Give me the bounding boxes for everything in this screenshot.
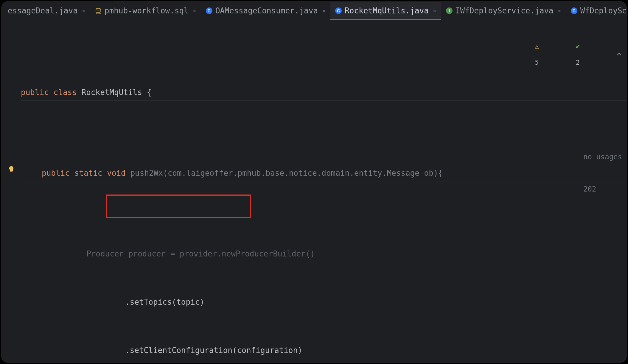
no-usages-hint[interactable]: no usages: [583, 153, 622, 161]
svg-point-0: [96, 8, 101, 10]
kw-static: static: [74, 165, 102, 181]
kw-public: public: [21, 84, 49, 100]
code-line: .setClientConfiguration(configuration): [21, 342, 626, 358]
line-hint: 202: [583, 185, 596, 193]
editor-tabs: essageDeal.java × SQL pmhub-workflow.sql…: [2, 2, 626, 20]
tab-label: pmhub-workflow.sql: [105, 6, 189, 15]
editor-gutter: [2, 20, 21, 362]
sticky-class-header: public class RocketMqUtils {: [21, 84, 626, 101]
annotation-highlight-box: [106, 195, 251, 218]
close-icon[interactable]: ×: [193, 7, 196, 14]
close-icon[interactable]: ×: [82, 7, 86, 14]
sticky-method-header: public static void push2Wx (com.laigeoff…: [21, 165, 626, 181]
method-name: push2Wx: [130, 165, 163, 181]
tab-label: OAMessageConsumer.java: [215, 6, 318, 15]
tab-pmhub-workflow-sql[interactable]: SQL pmhub-workflow.sql ×: [90, 2, 201, 20]
svg-text:SQL: SQL: [96, 12, 101, 14]
tab-label: RocketMqUtils.java: [345, 6, 429, 15]
class-name: RocketMqUtils: [82, 84, 142, 100]
svg-rect-2: [10, 171, 13, 172]
method-args: (com.laigeoffer.pmhub.base.notice.domain…: [163, 165, 443, 181]
tab-wfdeployserviceimpl[interactable]: C WfDeployServiceImpl.java ×: [566, 2, 626, 20]
code-line: Producer producer = provider.newProducer…: [21, 246, 626, 262]
code-line: .setTopics(topic): [21, 294, 626, 310]
sql-file-icon: SQL: [95, 7, 102, 14]
class-file-icon: C: [335, 7, 342, 14]
tab-label: WfDeployServiceImpl.java: [580, 6, 626, 15]
tab-essagedeal[interactable]: essageDeal.java ×: [3, 2, 90, 20]
kw-void: void: [107, 165, 126, 181]
kw-public: public: [42, 165, 70, 181]
brace: {: [147, 84, 152, 100]
kw-class: class: [54, 84, 77, 100]
code-content: public class RocketMqUtils { public stat…: [21, 20, 626, 362]
close-icon[interactable]: ×: [433, 7, 436, 14]
tab-label: IWfDeployService.java: [456, 6, 554, 15]
interface-file-icon: I: [446, 7, 453, 14]
tab-label: essageDeal.java: [8, 6, 78, 15]
code-editor[interactable]: ⚠ 5 ✔ 2 public: [2, 20, 626, 362]
tab-oamessageconsumer[interactable]: C OAMessageConsumer.java ×: [201, 2, 330, 20]
tab-rocketmqutils[interactable]: C RocketMqUtils.java ×: [330, 2, 441, 20]
intention-bulb-icon[interactable]: [7, 165, 16, 174]
ide-window: essageDeal.java × SQL pmhub-workflow.sql…: [2, 2, 626, 362]
close-icon[interactable]: ×: [558, 7, 561, 14]
class-file-icon: C: [571, 7, 577, 14]
class-file-icon: C: [206, 7, 212, 14]
tab-iwfdeployservice[interactable]: I IWfDeployService.java ×: [441, 2, 566, 20]
close-icon[interactable]: ×: [322, 7, 326, 14]
